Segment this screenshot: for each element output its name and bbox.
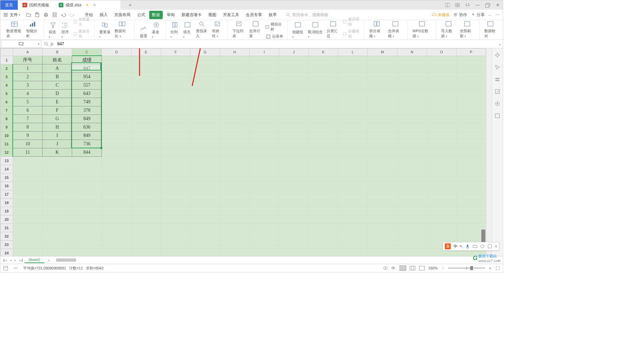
cell[interactable] xyxy=(13,215,42,223)
cell[interactable] xyxy=(279,156,309,165)
cell[interactable] xyxy=(368,223,397,232)
cell[interactable] xyxy=(309,198,338,207)
cell[interactable] xyxy=(279,89,309,98)
cell[interactable] xyxy=(279,207,309,215)
cell[interactable] xyxy=(368,64,397,72)
cell[interactable] xyxy=(338,223,368,232)
cell[interactable] xyxy=(102,56,131,64)
cell[interactable] xyxy=(456,140,486,148)
cell[interactable] xyxy=(102,64,131,72)
cell[interactable] xyxy=(309,89,338,98)
cell[interactable]: 844 xyxy=(72,148,102,156)
cell[interactable] xyxy=(131,114,161,123)
cell[interactable] xyxy=(456,182,486,190)
sheet-mgmt-icon[interactable] xyxy=(3,265,8,271)
cell[interactable] xyxy=(338,98,368,106)
cell[interactable] xyxy=(220,223,250,232)
cell[interactable] xyxy=(309,215,338,223)
location-icon[interactable] xyxy=(494,101,500,107)
cell[interactable] xyxy=(309,98,338,106)
cell[interactable]: 1 xyxy=(13,64,42,72)
fx-icon[interactable]: fx xyxy=(51,42,54,47)
cell[interactable] xyxy=(427,140,456,148)
row-header[interactable]: 3 xyxy=(1,72,13,81)
cell[interactable] xyxy=(309,131,338,140)
cell[interactable] xyxy=(220,56,250,64)
cell[interactable] xyxy=(397,249,427,256)
menu-tab-3[interactable]: 公式 xyxy=(135,11,148,19)
cell[interactable] xyxy=(309,123,338,131)
ribbon-16[interactable]: 模拟分析 xyxy=(264,21,284,32)
cell[interactable] xyxy=(220,64,250,72)
cell[interactable] xyxy=(102,106,131,114)
row-header[interactable]: 21 xyxy=(1,223,13,232)
cell[interactable] xyxy=(397,140,427,148)
cell[interactable] xyxy=(279,223,309,232)
window-close[interactable]: ✕ xyxy=(493,0,503,10)
cell[interactable] xyxy=(250,173,279,182)
cell[interactable] xyxy=(42,240,72,249)
cell[interactable] xyxy=(102,156,131,165)
cell[interactable] xyxy=(161,106,190,114)
cell[interactable] xyxy=(102,140,131,148)
cell[interactable]: K xyxy=(42,148,72,156)
eye-icon[interactable] xyxy=(383,265,388,271)
window-minimize[interactable]: — xyxy=(473,0,483,10)
cell[interactable] xyxy=(338,56,368,64)
cell[interactable] xyxy=(427,123,456,131)
cell[interactable] xyxy=(397,72,427,81)
cell[interactable] xyxy=(161,249,190,256)
ribbon-10[interactable]: 分列 ▾ xyxy=(168,20,181,39)
cell[interactable] xyxy=(397,64,427,72)
col-header[interactable]: H xyxy=(220,49,250,56)
view-read-icon[interactable] xyxy=(419,266,425,270)
cell[interactable] xyxy=(72,156,102,165)
row-header[interactable]: 2 xyxy=(1,64,13,72)
ribbon-15[interactable]: 合并计算 xyxy=(247,19,264,39)
cell[interactable] xyxy=(456,215,486,223)
cell[interactable]: 11 xyxy=(13,148,42,156)
cell[interactable] xyxy=(161,98,190,106)
vertical-scrollbar[interactable] xyxy=(486,48,492,256)
cell[interactable] xyxy=(161,140,190,148)
cell[interactable] xyxy=(250,64,279,72)
cell[interactable] xyxy=(309,165,338,173)
cell[interactable] xyxy=(13,240,42,249)
cell[interactable] xyxy=(161,198,190,207)
fullscreen-icon[interactable] xyxy=(495,266,500,270)
formula-input[interactable] xyxy=(55,40,497,48)
cell[interactable] xyxy=(427,198,456,207)
cell[interactable] xyxy=(161,56,190,64)
cell[interactable] xyxy=(368,165,397,173)
cell[interactable] xyxy=(131,148,161,156)
cell[interactable] xyxy=(250,81,279,89)
menu-tab-9[interactable]: 会员专享 xyxy=(243,11,265,19)
cell[interactable] xyxy=(309,106,338,114)
cell[interactable] xyxy=(191,232,220,240)
row-header[interactable]: 12 xyxy=(1,148,13,156)
cell[interactable] xyxy=(131,165,161,173)
cell[interactable] xyxy=(102,148,131,156)
cell[interactable] xyxy=(368,106,397,114)
cell[interactable] xyxy=(191,64,220,72)
row-header[interactable]: 5 xyxy=(1,89,13,98)
ribbon-19[interactable]: 取消组合 ▾ xyxy=(306,20,325,39)
cell[interactable] xyxy=(397,182,427,190)
cell[interactable] xyxy=(250,215,279,223)
ime-menu-icon[interactable]: ≡ xyxy=(495,244,497,249)
cell[interactable]: 9 xyxy=(13,131,42,140)
cell[interactable] xyxy=(368,249,397,256)
cell[interactable]: 2 xyxy=(13,72,42,81)
cell[interactable] xyxy=(161,215,190,223)
ribbon-24[interactable]: 合并表格 ▾ xyxy=(386,19,405,39)
cell[interactable] xyxy=(102,114,131,123)
cell[interactable] xyxy=(161,173,190,182)
cell[interactable] xyxy=(220,148,250,156)
cell[interactable] xyxy=(220,215,250,223)
cell[interactable] xyxy=(279,114,309,123)
cell[interactable] xyxy=(131,131,161,140)
col-header[interactable]: C xyxy=(72,49,102,56)
cell[interactable] xyxy=(161,223,190,232)
cell[interactable] xyxy=(220,98,250,106)
cell[interactable]: 6 xyxy=(13,106,42,114)
